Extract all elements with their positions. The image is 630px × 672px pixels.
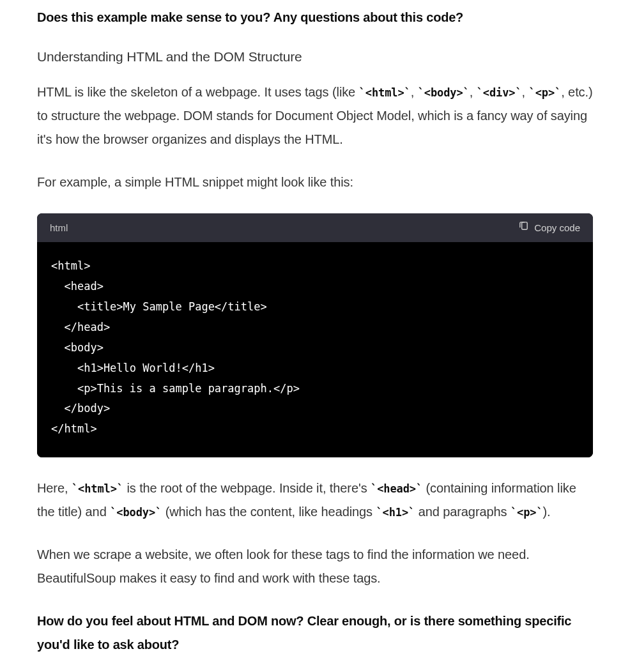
code-block: html Copy code <html> <head> <title>My S… — [37, 213, 593, 458]
para1-prefix: HTML is like the skeleton of a webpage. … — [37, 85, 359, 99]
paragraph-2: For example, a simple HTML snippet might… — [37, 171, 593, 194]
comma: , — [522, 85, 529, 99]
inline-code-p: `<p>` — [529, 86, 562, 99]
inline-code-body: `<body>` — [110, 506, 162, 519]
intro-question: Does this example make sense to you? Any… — [37, 8, 593, 27]
copy-code-label: Copy code — [534, 220, 580, 235]
code-language-label: html — [50, 220, 68, 235]
inline-code-h1: `<h1>` — [376, 506, 415, 519]
svg-rect-0 — [522, 222, 528, 229]
paragraph-1: HTML is like the skeleton of a webpage. … — [37, 80, 593, 151]
paragraph-3: Here, `<html>` is the root of the webpag… — [37, 477, 593, 524]
clipboard-icon — [518, 220, 529, 235]
inline-code-p: `<p>` — [511, 506, 543, 519]
comma: , — [411, 85, 418, 99]
inline-code-html: `<html>` — [359, 86, 411, 99]
section-subheading: Understanding HTML and the DOM Structure — [37, 47, 593, 68]
para3-e: and paragraphs — [415, 505, 511, 519]
inline-code-body: `<body>` — [418, 86, 470, 99]
comma: , — [470, 85, 477, 99]
para3-b: is the root of the webpage. Inside it, t… — [123, 481, 371, 495]
para3-d: (which has the content, like headings — [162, 505, 376, 519]
code-block-header: html Copy code — [37, 213, 593, 242]
para3-a: Here, — [37, 481, 72, 495]
copy-code-button[interactable]: Copy code — [518, 220, 580, 235]
inline-code-html: `<html>` — [72, 482, 123, 495]
para3-f: ). — [543, 505, 551, 519]
closing-question: How do you feel about HTML and DOM now? … — [37, 609, 593, 657]
inline-code-div: `<div>` — [477, 86, 522, 99]
paragraph-4: When we scrape a website, we often look … — [37, 543, 593, 590]
code-block-content: <html> <head> <title>My Sample Page</tit… — [37, 242, 593, 458]
inline-code-head: `<head>` — [371, 482, 422, 495]
